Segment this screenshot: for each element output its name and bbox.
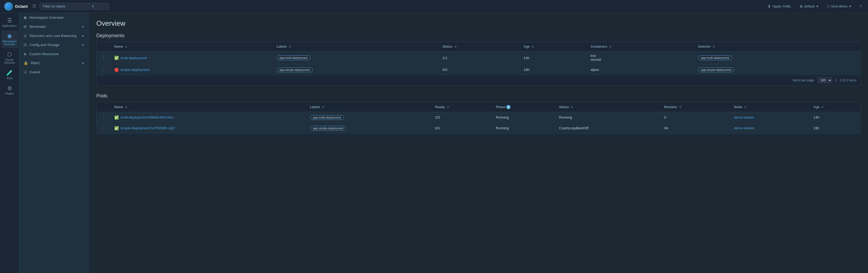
deployments-table-header: Name ⇅ Labels ⇅ Status ⇅ Age (97, 42, 860, 51)
main-layout: ☰ Applications ◉ Namespace Overview ⬡ Cl… (0, 13, 868, 273)
history-icon[interactable]: ⏱ (32, 4, 36, 9)
pod-col-node[interactable]: Node ⇅ (731, 102, 810, 112)
pod-phase-filter-active-icon[interactable]: ⇅ (506, 105, 510, 109)
status-indicator-icon: ✅ (114, 56, 119, 60)
upload-icon: ⬆ (768, 4, 771, 8)
deployment-age-cell: 14h (520, 51, 587, 64)
page-title: Overview (96, 19, 861, 28)
deployment-age-cell: 19h (520, 64, 587, 75)
pod-name-link[interactable]: simple-deployment-5cff76596f-clgl7 (120, 126, 175, 130)
nav-workloads[interactable]: ⊞ Workloads ▶ (19, 22, 89, 31)
sidebar-item-plugins[interactable]: ⧉ Plugins (1, 83, 18, 97)
sidebar-item-applications[interactable]: ☰ Applications (1, 15, 18, 29)
help-button[interactable]: ? (858, 3, 864, 9)
row-context-menu-icon[interactable]: ⋮ (100, 67, 107, 72)
deployment-label-badge[interactable]: app:simple-deployment (277, 67, 313, 72)
content-area: Overview Deployments Name ⇅ Labels ⇅ (89, 13, 868, 273)
pod-col-restarts[interactable]: Restarts ⇅ (660, 102, 730, 112)
nav-events[interactable]: ☑ Events (19, 67, 89, 77)
pod-name-cell: ✅ multi-deployment-6f9fb8c49d-l4tzx (111, 112, 306, 123)
deployments-pagination: Items per page 100 25 50 1 - 2 of 2 item… (97, 75, 860, 85)
apply-yaml-label: Apply YAML (773, 4, 791, 8)
pod-node-link[interactable]: demo-worker (734, 126, 754, 130)
logo-icon: 🔷 (4, 2, 13, 11)
pods-table-header: Name ⇅ Labels ⇅ Ready ⇅ Phase (97, 102, 860, 112)
namespace-overview-icon: ◉ (7, 33, 12, 39)
pod-node-link[interactable]: demo-worker (734, 115, 754, 119)
nav-config-icon: ⊟ (24, 42, 27, 47)
deployment-status-cell: 1/1 (439, 51, 520, 64)
nav-namespace-overview[interactable]: ◉ Namespace Overview (19, 13, 89, 22)
nav-config-chevron-icon: ▶ (82, 43, 84, 47)
deployment-selector-badge[interactable]: app:simple-deployment (698, 67, 735, 72)
app-title: Octant (15, 4, 28, 8)
pod-status-icon: ✅ (114, 115, 119, 120)
nav-rbac-label: RBAC (31, 61, 40, 65)
pod-menu-cell: ⋮ (97, 123, 111, 133)
apply-yaml-button[interactable]: ⬆ Apply YAML (766, 3, 793, 10)
sidebar-item-kind[interactable]: 🧪 Kind (1, 67, 18, 82)
deployment-name-link[interactable]: simple-deployment (120, 68, 150, 72)
col-selector[interactable]: Selector ⇅ (694, 42, 860, 51)
deployment-labels-cell: app:simple-deployment (273, 64, 439, 75)
nav-discovery-lb[interactable]: ◎ Discovery and Load Balancing ▶ (19, 31, 89, 40)
nav-config-storage[interactable]: ⊟ Config and Storage ▶ (19, 40, 89, 49)
pod-name-sort-icon: ⇅ (125, 106, 127, 109)
pod-col-name[interactable]: Name ⇅ (111, 102, 306, 112)
label-filter[interactable]: Filter by labels ▾ (40, 3, 109, 10)
col-status[interactable]: Status ⇅ (439, 42, 520, 51)
deployment-label-badge[interactable]: app:multi-deployment (277, 55, 311, 60)
pod-restarts-sort-icon: ⇅ (679, 106, 681, 109)
sidebar-item-cluster-overview[interactable]: ⬡ Cluster Overview (1, 49, 18, 66)
col-containers[interactable]: Containers ⇅ (587, 42, 694, 51)
nav-events-label: Events (30, 70, 40, 74)
pod-name-link[interactable]: multi-deployment-6f9fb8c49d-l4tzx (120, 115, 174, 119)
context-chevron-icon: ▾ (816, 4, 818, 8)
pod-context-menu-icon[interactable]: ⋮ (100, 115, 107, 120)
namespace-context[interactable]: ⊞ default ▾ (798, 3, 820, 9)
col-menu (97, 42, 111, 51)
pods-table: Name ⇅ Labels ⇅ Ready ⇅ Phase (97, 102, 860, 133)
status-sort-icon: ⇅ (454, 45, 457, 48)
col-labels[interactable]: Labels ⇅ (273, 42, 439, 51)
age-sort-icon: ⇅ (532, 45, 534, 48)
nav-custom-resources-label: Custom Resources (29, 52, 59, 56)
pods-table-container: Name ⇅ Labels ⇅ Ready ⇅ Phase (96, 102, 861, 133)
pod-restarts-cell: 0 (660, 112, 730, 123)
items-per-page-select[interactable]: 100 25 50 (817, 78, 832, 83)
pod-col-age[interactable]: Age ⇅ (810, 102, 860, 112)
nav-workloads-icon: ⊞ (24, 24, 27, 29)
nav-rbac-chevron-icon: ▶ (82, 61, 84, 65)
sidebar-item-namespace-overview[interactable]: ◉ Namespace Overview (1, 31, 18, 48)
deployment-selector-badge[interactable]: app:multi-deployment (698, 55, 732, 60)
deployment-name-cell: ✅ multi-deployment (111, 51, 273, 64)
pagination-range: 1 - 2 of 2 items (835, 79, 857, 82)
pod-label-badge[interactable]: app:simple-deployment (310, 126, 346, 131)
pod-col-ready[interactable]: Ready ⇅ (431, 102, 492, 112)
pod-status-icon: ✅ (114, 126, 119, 130)
pod-col-labels[interactable]: Labels ⇅ (306, 102, 431, 112)
deployment-containers-cell: firstsecond (587, 51, 694, 64)
pod-ready-cell: 0/1 (431, 123, 492, 133)
cluster-overview-icon: ⬡ (7, 51, 12, 58)
col-age[interactable]: Age ⇅ (520, 42, 587, 51)
nav-rbac[interactable]: 🔒 RBAC ▶ (19, 58, 89, 67)
nav-events-icon: ☑ (24, 70, 27, 74)
row-context-menu-icon[interactable]: ⋮ (100, 56, 107, 60)
col-name[interactable]: Name ⇅ (111, 42, 273, 51)
pod-col-status[interactable]: Status ⇅ (555, 102, 660, 112)
labels-sort-icon: ⇅ (289, 45, 291, 48)
pod-col-phase[interactable]: Phase ⇅ (492, 102, 555, 112)
help-icon: ? (860, 4, 862, 8)
pod-menu-cell: ⋮ (97, 112, 111, 123)
row-menu-cell: ⋮ (97, 51, 111, 64)
nav-custom-resources[interactable]: ◈ Custom Resources (19, 49, 89, 58)
applications-icon: ☰ (7, 17, 12, 24)
sidebar-item-label-namespace: Namespace Overview (2, 40, 17, 46)
pod-context-menu-icon[interactable]: ⋮ (100, 126, 107, 130)
pod-ready-cell: 2/2 (431, 112, 492, 123)
cluster-context[interactable]: ⬡ kind-demo ▾ (825, 3, 853, 9)
app-logo[interactable]: 🔷 Octant (4, 2, 28, 11)
pod-label-badge[interactable]: app:multi-deployment (310, 115, 344, 120)
deployment-name-link[interactable]: multi-deployment (120, 56, 147, 60)
